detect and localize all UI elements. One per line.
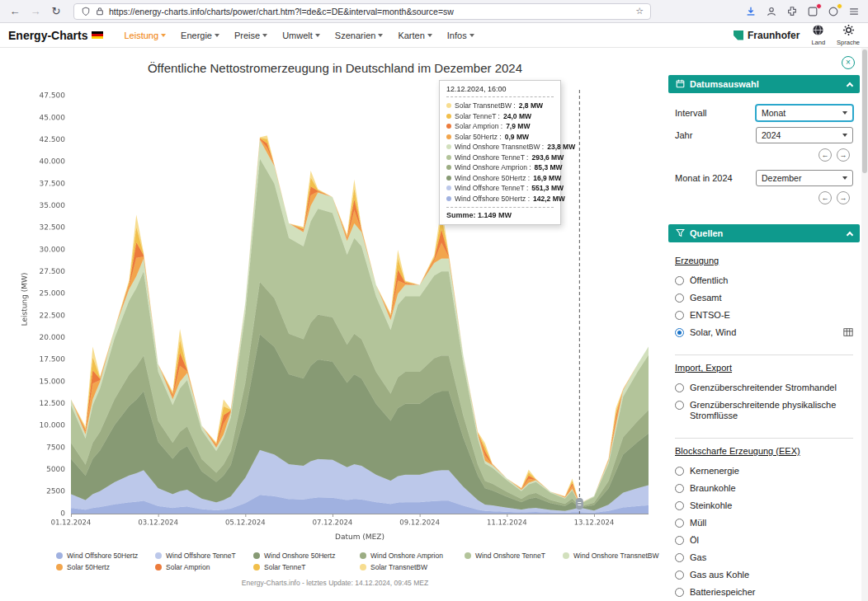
chevron-down-icon	[842, 111, 847, 115]
addon-icon-2[interactable]	[828, 6, 839, 17]
tooltip-series-name: Wind Onshore Amprion :	[455, 162, 531, 173]
tooltip-row: Solar TransnetBW : 2,8 MW	[446, 101, 554, 111]
radio-batteriespeicher[interactable]: Batteriespeicher	[675, 587, 853, 598]
globe-icon	[812, 24, 824, 38]
chevron-down-icon	[469, 34, 474, 37]
radio-button	[675, 519, 684, 528]
nav-item-karten[interactable]: Karten	[390, 23, 439, 48]
radio-l[interactable]: Öl	[675, 535, 853, 546]
nav-item-umwelt[interactable]: Umwelt	[275, 23, 328, 48]
back-button[interactable]: ←	[8, 5, 21, 17]
radio-button	[675, 570, 684, 580]
section-title-erzeugung[interactable]: Erzeugung	[675, 256, 719, 265]
select-monat-in-2024[interactable]: Dezember	[756, 170, 853, 186]
select-intervall[interactable]: Monat	[756, 105, 853, 121]
legend-item-wind-onshore-50hertz[interactable]: Wind Onshore 50Hertz	[253, 552, 360, 560]
tooltip-series-value: 293,6 MW	[531, 153, 564, 163]
radio-braunkohle[interactable]: Braunkohle	[675, 483, 853, 494]
nav-menu: LeistungEnergiePreiseUmweltSzenarienKart…	[116, 23, 481, 48]
legend-item-wind-offshore-50hertz[interactable]: Wind Offshore 50Hertz	[56, 552, 155, 560]
nav-item-preise[interactable]: Preise	[227, 23, 275, 48]
sprache-label: Sprache	[837, 39, 860, 46]
radio-label: Kernenergie	[690, 466, 739, 477]
legend-item-solar-tennet[interactable]: Solar TenneT	[253, 563, 360, 571]
chevron-up-icon	[847, 82, 853, 88]
land-selector[interactable]: Land	[811, 24, 825, 46]
section-title-blockscharfe-erzeugung-eex[interactable]: Blockscharfe Erzeugung (EEX)	[675, 446, 800, 456]
sprache-selector[interactable]: Sprache	[837, 24, 860, 46]
menu-hamburger-icon[interactable]	[848, 6, 860, 17]
radio-m-ll[interactable]: Müll	[675, 518, 853, 528]
fraunhofer-logo[interactable]: Fraunhofer	[734, 30, 800, 41]
series-color-dot	[446, 155, 451, 160]
url-bar[interactable]: https://energy-charts.info/charts/power/…	[73, 3, 651, 20]
nav-item-szenarien[interactable]: Szenarien	[328, 23, 391, 48]
radio-grenz-berschreitender-stromhandel[interactable]: Grenzüberschreitender Stromhandel	[675, 383, 853, 393]
legend-item-wind-onshore-amprion[interactable]: Wind Onshore Amprion	[360, 552, 465, 560]
next-jahr-button[interactable]: →	[837, 148, 850, 162]
prev-monat-in-2024-button[interactable]: ←	[818, 191, 832, 204]
legend-item-solar-50hertz[interactable]: Solar 50Hertz	[56, 563, 155, 571]
prev-jahr-button[interactable]: ←	[818, 148, 832, 162]
germany-flag-icon	[92, 31, 103, 39]
legend-label: Wind Onshore TransnetBW	[573, 552, 658, 560]
nav-item-energie[interactable]: Energie	[173, 23, 227, 48]
scrollbar-thumb[interactable]	[862, 49, 867, 173]
addon-icon[interactable]	[807, 6, 818, 17]
nav-item-leistung[interactable]: Leistung	[116, 23, 173, 48]
radio-entso-e[interactable]: ENTSO-E	[675, 310, 853, 321]
radio-grenz-berschreitende-physikalische-stromfl-sse[interactable]: Grenzüberschreitende physikalische Strom…	[675, 400, 853, 421]
section-import-export: Import, ExportGrenzüberschreitender Stro…	[675, 354, 853, 434]
nav-item-infos[interactable]: Infos	[440, 23, 482, 48]
radio-ffentlich[interactable]: Öffentlich	[675, 275, 853, 286]
chevron-down-icon	[378, 34, 383, 37]
fraunhofer-text: Fraunhofer	[748, 30, 800, 41]
reload-button[interactable]: ↻	[50, 5, 63, 17]
select-value: Dezember	[762, 173, 801, 183]
chart-legend: Wind Offshore 50HertzWind Offshore Tenne…	[56, 552, 657, 571]
download-icon[interactable]	[745, 6, 757, 17]
account-icon[interactable]	[766, 6, 777, 17]
radio-gas-aus-kohle[interactable]: Gas aus Kohle	[675, 570, 853, 580]
stepper-monat-in-2024: ←→	[675, 191, 850, 204]
chart-card: Öffentliche Nettostromerzeugung in Deuts…	[8, 54, 662, 601]
legend-item-solar-amprion[interactable]: Solar Amprion	[155, 563, 253, 571]
field-label: Jahr	[675, 130, 692, 140]
site-header: Energy-Charts LeistungEnergiePreiseUmwel…	[0, 23, 868, 48]
select-jahr[interactable]: 2024	[756, 127, 853, 143]
legend-item-wind-offshore-tennet[interactable]: Wind Offshore TenneT	[155, 552, 253, 560]
tooltip-row: Solar TenneT : 24,0 MW	[446, 111, 554, 122]
tooltip-row: Wind Offshore 50Hertz : 142,2 MW	[446, 194, 554, 204]
chart-title: Öffentliche Nettostromerzeugung in Deuts…	[13, 61, 657, 75]
radio-label: Braunkohle	[690, 483, 736, 494]
forward-button[interactable]: →	[29, 5, 42, 17]
field-label: Monat in 2024	[675, 173, 733, 183]
chart-area: 12.12.2024, 16:00 Solar TransnetBW : 2,8…	[13, 78, 657, 548]
chevron-down-icon	[842, 134, 847, 137]
bookmark-star-icon[interactable]: ☆	[635, 6, 644, 16]
energy-charts-logo[interactable]: Energy-Charts	[8, 29, 103, 42]
radio-gas[interactable]: Gas	[675, 552, 853, 563]
header-right: Fraunhofer Land Sprache	[734, 24, 860, 46]
radio-button	[675, 501, 684, 510]
radio-steinkohle[interactable]: Steinkohle	[675, 500, 853, 511]
extensions-puzzle-icon[interactable]	[786, 6, 798, 17]
page-scrollbar[interactable]	[861, 48, 868, 601]
calendar-grid-icon[interactable]	[843, 327, 853, 337]
datumsauswahl-header[interactable]: Datumsauswahl	[668, 75, 860, 93]
radio-gesamt[interactable]: Gesamt	[675, 293, 853, 303]
next-monat-in-2024-button[interactable]: →	[837, 191, 850, 204]
radio-solar-wind[interactable]: Solar, Wind	[675, 327, 853, 338]
legend-item-solar-transnetbw[interactable]: Solar TransnetBW	[360, 563, 465, 571]
radio-button	[675, 588, 684, 597]
radio-kernenergie[interactable]: Kernenergie	[675, 466, 853, 477]
quellen-header[interactable]: Quellen	[668, 224, 860, 242]
legend-color-dot	[56, 552, 63, 559]
section-title-import-export[interactable]: Import, Export	[675, 363, 732, 373]
chevron-down-icon	[315, 34, 320, 37]
series-color-dot	[446, 114, 451, 119]
legend-item-wind-onshore-tennet[interactable]: Wind Onshore TenneT	[465, 552, 563, 560]
radio-button	[675, 467, 684, 476]
close-icon[interactable]: ×	[842, 56, 855, 69]
browser-window: ← → ↻ https://energy-charts.info/charts/…	[0, 0, 868, 601]
